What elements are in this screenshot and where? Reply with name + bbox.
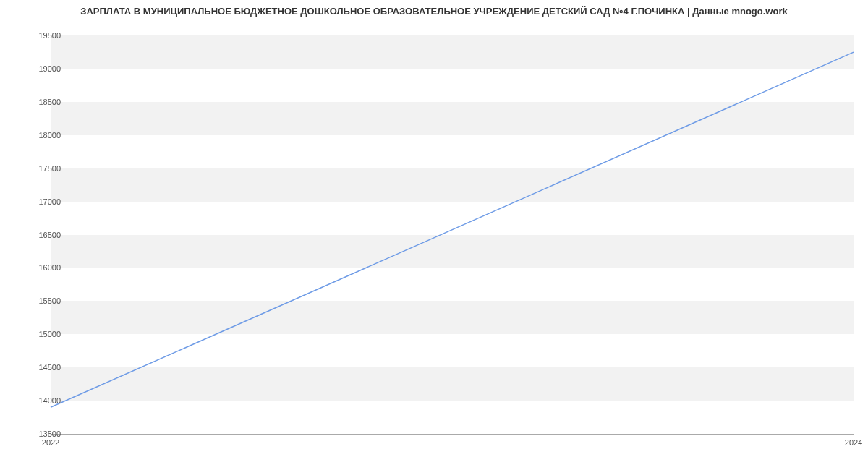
x-axis-baseline — [51, 434, 854, 435]
series-line — [51, 52, 854, 407]
y-tick-label: 18000 — [17, 131, 61, 140]
y-tick-label: 17000 — [17, 197, 61, 206]
y-tick-label: 14500 — [17, 363, 61, 372]
y-tick-label: 14000 — [17, 396, 61, 405]
chart-title: ЗАРПЛАТА В МУНИЦИПАЛЬНОЕ БЮДЖЕТНОЕ ДОШКО… — [0, 6, 868, 17]
y-tick-label: 19000 — [17, 64, 61, 73]
plot-area — [51, 29, 854, 434]
chart-container: ЗАРПЛАТА В МУНИЦИПАЛЬНОЕ БЮДЖЕТНОЕ ДОШКО… — [0, 0, 868, 470]
y-tick-label: 15000 — [17, 330, 61, 338]
y-tick-label: 13500 — [17, 430, 61, 438]
line-series-layer — [51, 29, 854, 434]
x-tick-label: 2024 — [845, 438, 862, 447]
x-tick-label: 2022 — [42, 438, 59, 447]
y-tick-label: 16000 — [17, 263, 61, 272]
y-tick-label: 17500 — [17, 164, 61, 173]
y-tick-label: 15500 — [17, 296, 61, 305]
y-tick-label: 19500 — [17, 31, 61, 40]
y-tick-label: 16500 — [17, 231, 61, 239]
y-tick-label: 18500 — [17, 98, 61, 106]
